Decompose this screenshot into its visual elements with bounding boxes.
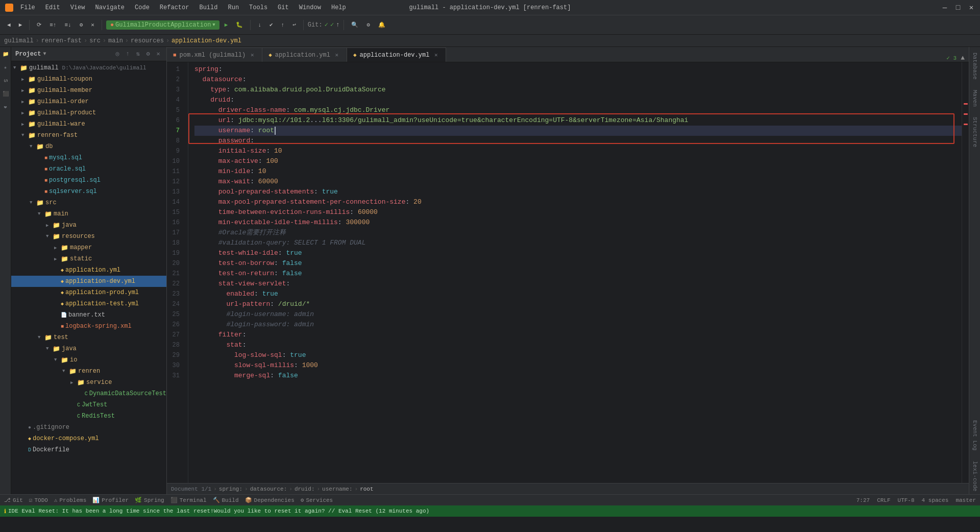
event-log-label[interactable]: Event Log — [971, 417, 979, 453]
search-button[interactable]: 🔍 — [348, 20, 361, 30]
tree-item-test-java[interactable]: ▼ 📁 java — [11, 343, 166, 354]
close-button[interactable]: ✕ — [968, 4, 975, 11]
profiler-status-item[interactable]: 📊 Profiler — [92, 497, 129, 503]
tree-item-oracle[interactable]: ▶ ■ oracle.sql — [11, 163, 166, 175]
menu-window[interactable]: Window — [296, 3, 324, 12]
branch-indicator[interactable]: master — [955, 497, 976, 503]
tree-item-order[interactable]: ▶ 📁 gulimall-order — [11, 96, 166, 107]
tree-item-dockerfile[interactable]: ▶ D Dockerfile — [11, 444, 166, 455]
tree-item-renren[interactable]: ▼ 📁 renren-fast — [11, 130, 166, 141]
tree-item-java[interactable]: ▶ 📁 java — [11, 220, 166, 231]
close-tree-button[interactable]: ✕ — [154, 50, 162, 58]
tab-pom-xml[interactable]: ■ pom.xml (gulimall) ✕ — [167, 47, 262, 62]
charset-indicator[interactable]: UTF-8 — [898, 497, 915, 503]
tab-application-yml[interactable]: ◆ application.yml ✕ — [262, 47, 347, 62]
code-content[interactable]: spring: datasource: type: com.alibaba.dr… — [188, 62, 962, 483]
tree-item-db[interactable]: ▼ 📁 db — [11, 141, 166, 152]
git-commit-button[interactable]: ✔ — [266, 20, 276, 30]
tree-item-logback[interactable]: ▶ ■ logback-spring.xml — [11, 321, 166, 332]
breadcrumb-module[interactable]: renren-fast — [41, 37, 82, 44]
tree-item-ware[interactable]: ▶ 📁 gulimall-ware — [11, 118, 166, 130]
breadcrumb-src[interactable]: src — [89, 37, 101, 44]
tree-item-static[interactable]: ▶ 📁 static — [11, 253, 166, 264]
terminal-icon[interactable]: ⬛ — [1, 89, 10, 99]
back-button[interactable]: ◀ — [4, 20, 14, 30]
breadcrumb-main[interactable]: main — [108, 37, 123, 44]
maven-panel-label[interactable]: Maven — [971, 87, 979, 110]
problems-status-item[interactable]: ⚠ Problems — [54, 497, 86, 503]
run-button[interactable]: ▶ — [222, 20, 231, 30]
tree-item-application-prod-yml[interactable]: ▶ ◆ application-prod.yml — [11, 287, 166, 298]
collapse-tree-button[interactable]: ↑ — [124, 50, 132, 58]
menu-run[interactable]: Run — [225, 3, 242, 12]
tree-settings-button[interactable]: ⚙ — [144, 50, 152, 58]
menu-file[interactable]: File — [17, 3, 38, 12]
tree-item-dynamic-ds[interactable]: ▶ C DynamicDataSourceTest — [11, 388, 166, 399]
tab-app-yml-close[interactable]: ✕ — [333, 52, 340, 59]
line-col-indicator[interactable]: 7:27 — [856, 497, 870, 503]
menu-refactor[interactable]: Refactor — [157, 3, 192, 12]
ebread-username[interactable]: username: — [322, 486, 352, 492]
git-update-button[interactable]: ↓ — [255, 20, 264, 30]
terminal-status-item[interactable]: ⬛ Terminal — [170, 497, 207, 503]
tree-item-resources[interactable]: ▼ 📁 resources — [11, 231, 166, 242]
crlf-indicator[interactable]: CRLF — [877, 497, 890, 503]
structure-panel-label[interactable]: Structure — [971, 114, 979, 150]
tree-item-jwt[interactable]: ▶ C JwtTest — [11, 399, 166, 410]
tab-dev-yml-close[interactable]: ✕ — [432, 52, 439, 59]
menu-tools[interactable]: Tools — [246, 3, 271, 12]
tree-item-gitignore[interactable]: ▶ ● .gitignore — [11, 422, 166, 433]
close-panel-button[interactable]: ✕ — [88, 20, 97, 30]
forward-button[interactable]: ▶ — [16, 20, 26, 30]
expand-all-button[interactable]: ≡↓ — [61, 20, 74, 30]
tree-item-redis[interactable]: ▶ C RedisTest — [11, 410, 166, 422]
tree-item-service[interactable]: ▶ 📁 service — [11, 377, 166, 388]
tree-item-coupon[interactable]: ▶ 📁 gulimall-coupon — [11, 74, 166, 85]
menu-edit[interactable]: Edit — [42, 3, 63, 12]
collapse-all-button[interactable]: ≡↑ — [46, 20, 59, 30]
tree-item-mysql[interactable]: ▶ ■ mysql.sql — [11, 152, 166, 163]
git-status-item[interactable]: ⎇ Git — [4, 497, 23, 503]
tree-item-main[interactable]: ▼ 📁 main — [11, 208, 166, 220]
settings2-button[interactable]: ⚙ — [363, 20, 373, 30]
database-panel-label[interactable]: Database — [971, 50, 979, 83]
indent-indicator[interactable]: 4 spaces — [922, 497, 949, 503]
tree-item-application-dev-yml[interactable]: ▶ ◆ application-dev.yml — [11, 276, 166, 287]
debug-button[interactable]: 🐛 — [233, 20, 246, 30]
project-icon[interactable]: 📁 — [1, 50, 10, 59]
maximize-button[interactable]: □ — [954, 4, 962, 11]
menu-navigate[interactable]: Navigate — [92, 3, 128, 12]
run-config-dropdown[interactable]: ● GulimallProductApplication ▼ — [106, 20, 219, 30]
tree-item-sqlserver[interactable]: ▶ ■ sqlserver.sql — [11, 186, 166, 197]
tree-item-gulimall[interactable]: ▼ 📁 gulimall D:\Java\JavaCode\gulimall — [11, 62, 166, 74]
minimize-button[interactable]: — — [941, 4, 948, 11]
scroll-up-button[interactable]: ▲ — [961, 54, 965, 62]
tree-item-test[interactable]: ▼ 📁 test — [11, 332, 166, 343]
sort-tree-button[interactable]: ⇅ — [134, 50, 142, 58]
todo-status-item[interactable]: ☑ TODO — [29, 497, 48, 503]
tab-pom-close[interactable]: ✕ — [249, 52, 256, 59]
ebread-root[interactable]: root — [360, 486, 373, 492]
synchronize-button[interactable]: ⟳ — [34, 20, 44, 30]
spring-status-item[interactable]: 🌿 Spring — [135, 497, 164, 503]
locate-file-button[interactable]: ◎ — [113, 50, 121, 58]
tree-item-product[interactable]: ▶ 📁 gulimall-product — [11, 107, 166, 118]
breadcrumb-file[interactable]: application-dev.yml — [172, 37, 241, 44]
menu-view[interactable]: View — [67, 3, 88, 12]
tree-item-docker-compose[interactable]: ▶ ◆ docker-compose.yml — [11, 433, 166, 444]
ebread-datasource[interactable]: datasource: — [250, 486, 287, 492]
tree-item-renren2[interactable]: ▼ 📁 renren — [11, 366, 166, 377]
menu-help[interactable]: Help — [328, 3, 349, 12]
menu-code[interactable]: Code — [132, 3, 153, 12]
tree-item-application-test-yml[interactable]: ▶ ◆ application-test.yml — [11, 298, 166, 309]
tree-item-src[interactable]: ▼ 📁 src — [11, 197, 166, 208]
git-push-button[interactable]: ↑ — [278, 20, 288, 30]
lexi-code-label[interactable]: lexi·code — [971, 458, 979, 494]
breadcrumb-resources[interactable]: resources — [131, 37, 164, 44]
tree-item-member[interactable]: ▶ 📁 gulimall-member — [11, 85, 166, 96]
code-editor[interactable]: 1 2 3 4 5 6 7 8 9 10 11 12 13 14 15 16 1 — [167, 62, 969, 483]
tree-item-application-yml[interactable]: ▶ ◆ application.yml — [11, 264, 166, 276]
settings-button[interactable]: ⚙ — [77, 20, 86, 30]
tab-application-dev-yml[interactable]: ◆ application-dev.yml ✕ — [347, 47, 446, 62]
build-status-item[interactable]: 🔨 Build — [213, 497, 239, 503]
